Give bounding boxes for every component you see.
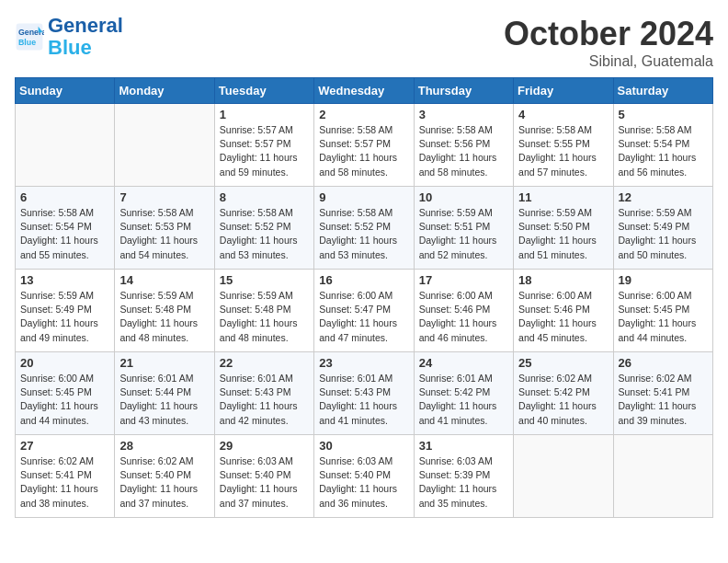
weekday-header-sunday: Sunday — [16, 78, 115, 104]
week-row-4: 20Sunrise: 6:00 AM Sunset: 5:45 PM Dayli… — [16, 352, 713, 435]
calendar-cell: 20Sunrise: 6:00 AM Sunset: 5:45 PM Dayli… — [16, 352, 115, 435]
day-number: 16 — [319, 273, 408, 287]
day-number: 31 — [419, 439, 508, 453]
week-row-5: 27Sunrise: 6:02 AM Sunset: 5:41 PM Dayli… — [16, 435, 713, 518]
day-info: Sunrise: 6:00 AM Sunset: 5:45 PM Dayligh… — [20, 372, 109, 428]
calendar-cell: 19Sunrise: 6:00 AM Sunset: 5:45 PM Dayli… — [613, 270, 712, 352]
day-info: Sunrise: 6:01 AM Sunset: 5:44 PM Dayligh… — [119, 372, 209, 428]
day-info: Sunrise: 5:59 AM Sunset: 5:49 PM Dayligh… — [20, 289, 109, 345]
calendar-cell: 29Sunrise: 6:03 AM Sunset: 5:40 PM Dayli… — [214, 435, 313, 518]
calendar-cell: 3Sunrise: 5:58 AM Sunset: 5:56 PM Daylig… — [414, 104, 513, 187]
calendar-cell — [514, 435, 613, 518]
calendar-cell: 14Sunrise: 5:59 AM Sunset: 5:48 PM Dayli… — [115, 270, 214, 352]
day-info: Sunrise: 5:58 AM Sunset: 5:55 PM Dayligh… — [518, 123, 608, 179]
day-info: Sunrise: 5:57 AM Sunset: 5:57 PM Dayligh… — [220, 123, 309, 179]
day-info: Sunrise: 5:59 AM Sunset: 5:48 PM Dayligh… — [119, 289, 209, 345]
calendar-cell: 16Sunrise: 6:00 AM Sunset: 5:47 PM Dayli… — [314, 270, 414, 352]
calendar-cell: 18Sunrise: 6:00 AM Sunset: 5:46 PM Dayli… — [514, 270, 613, 352]
svg-text:Blue: Blue — [18, 38, 36, 47]
day-number: 30 — [319, 439, 408, 453]
logo-icon: General Blue — [15, 22, 44, 52]
calendar-cell: 23Sunrise: 6:01 AM Sunset: 5:43 PM Dayli… — [314, 352, 414, 435]
day-number: 1 — [220, 108, 309, 121]
calendar-cell: 22Sunrise: 6:01 AM Sunset: 5:43 PM Dayli… — [214, 352, 313, 435]
day-number: 28 — [119, 439, 209, 453]
day-number: 22 — [220, 356, 309, 370]
calendar-cell: 27Sunrise: 6:02 AM Sunset: 5:41 PM Dayli… — [16, 435, 115, 518]
calendar-cell: 25Sunrise: 6:02 AM Sunset: 5:42 PM Dayli… — [514, 352, 613, 435]
day-info: Sunrise: 6:03 AM Sunset: 5:40 PM Dayligh… — [220, 454, 309, 511]
day-info: Sunrise: 6:02 AM Sunset: 5:41 PM Dayligh… — [20, 454, 109, 511]
day-number: 7 — [119, 190, 209, 204]
calendar-cell: 31Sunrise: 6:03 AM Sunset: 5:39 PM Dayli… — [414, 435, 513, 518]
calendar-cell: 6Sunrise: 5:58 AM Sunset: 5:54 PM Daylig… — [16, 187, 115, 270]
day-info: Sunrise: 5:58 AM Sunset: 5:57 PM Dayligh… — [319, 123, 408, 179]
calendar-cell: 10Sunrise: 5:59 AM Sunset: 5:51 PM Dayli… — [414, 187, 513, 270]
calendar-cell — [16, 104, 115, 187]
day-number: 4 — [518, 108, 608, 121]
day-info: Sunrise: 5:58 AM Sunset: 5:56 PM Dayligh… — [419, 123, 508, 179]
day-number: 24 — [419, 356, 508, 370]
calendar-cell: 2Sunrise: 5:58 AM Sunset: 5:57 PM Daylig… — [314, 104, 414, 187]
week-row-3: 13Sunrise: 5:59 AM Sunset: 5:49 PM Dayli… — [16, 270, 713, 352]
day-number: 15 — [220, 273, 309, 287]
day-number: 17 — [419, 273, 508, 287]
calendar-cell: 21Sunrise: 6:01 AM Sunset: 5:44 PM Dayli… — [115, 352, 214, 435]
day-info: Sunrise: 5:58 AM Sunset: 5:54 PM Dayligh… — [619, 123, 708, 179]
day-number: 10 — [419, 190, 508, 204]
day-number: 8 — [220, 190, 309, 204]
day-number: 13 — [20, 273, 109, 287]
calendar-cell: 9Sunrise: 5:58 AM Sunset: 5:52 PM Daylig… — [314, 187, 414, 270]
calendar-cell: 30Sunrise: 6:03 AM Sunset: 5:40 PM Dayli… — [314, 435, 414, 518]
day-info: Sunrise: 5:58 AM Sunset: 5:54 PM Dayligh… — [20, 206, 109, 262]
calendar-cell: 15Sunrise: 5:59 AM Sunset: 5:48 PM Dayli… — [214, 270, 313, 352]
day-info: Sunrise: 6:03 AM Sunset: 5:40 PM Dayligh… — [319, 454, 408, 511]
day-number: 27 — [20, 439, 109, 453]
logo-general: General — [48, 14, 123, 37]
day-number: 6 — [20, 190, 109, 204]
weekday-header-friday: Friday — [514, 78, 613, 104]
day-info: Sunrise: 6:00 AM Sunset: 5:47 PM Dayligh… — [319, 289, 408, 345]
day-info: Sunrise: 6:02 AM Sunset: 5:40 PM Dayligh… — [119, 454, 209, 511]
day-number: 18 — [518, 273, 608, 287]
day-info: Sunrise: 5:59 AM Sunset: 5:50 PM Dayligh… — [518, 206, 608, 262]
day-info: Sunrise: 6:02 AM Sunset: 5:41 PM Dayligh… — [619, 372, 708, 428]
calendar-cell: 11Sunrise: 5:59 AM Sunset: 5:50 PM Dayli… — [514, 187, 613, 270]
day-info: Sunrise: 6:01 AM Sunset: 5:43 PM Dayligh… — [220, 372, 309, 428]
weekday-header-row: SundayMondayTuesdayWednesdayThursdayFrid… — [16, 78, 713, 104]
weekday-header-saturday: Saturday — [613, 78, 712, 104]
day-number: 11 — [518, 190, 608, 204]
day-info: Sunrise: 5:58 AM Sunset: 5:52 PM Dayligh… — [319, 206, 408, 262]
calendar-cell: 1Sunrise: 5:57 AM Sunset: 5:57 PM Daylig… — [214, 104, 313, 187]
day-number: 14 — [119, 273, 209, 287]
calendar-cell: 13Sunrise: 5:59 AM Sunset: 5:49 PM Dayli… — [16, 270, 115, 352]
day-info: Sunrise: 5:58 AM Sunset: 5:52 PM Dayligh… — [220, 206, 309, 262]
day-number: 21 — [119, 356, 209, 370]
weekday-header-wednesday: Wednesday — [314, 78, 414, 104]
title-block: October 2024 Sibinal, Guatemala — [504, 15, 713, 70]
day-info: Sunrise: 5:59 AM Sunset: 5:51 PM Dayligh… — [419, 206, 508, 262]
calendar-cell: 12Sunrise: 5:59 AM Sunset: 5:49 PM Dayli… — [613, 187, 712, 270]
page-header: General Blue General Blue October 2024 S… — [15, 15, 713, 70]
calendar-cell: 17Sunrise: 6:00 AM Sunset: 5:46 PM Dayli… — [414, 270, 513, 352]
calendar-cell: 28Sunrise: 6:02 AM Sunset: 5:40 PM Dayli… — [115, 435, 214, 518]
week-row-2: 6Sunrise: 5:58 AM Sunset: 5:54 PM Daylig… — [16, 187, 713, 270]
day-info: Sunrise: 6:01 AM Sunset: 5:42 PM Dayligh… — [419, 372, 508, 428]
day-number: 9 — [319, 190, 408, 204]
day-info: Sunrise: 5:58 AM Sunset: 5:53 PM Dayligh… — [119, 206, 209, 262]
day-number: 29 — [220, 439, 309, 453]
calendar-cell: 7Sunrise: 5:58 AM Sunset: 5:53 PM Daylig… — [115, 187, 214, 270]
calendar-cell: 24Sunrise: 6:01 AM Sunset: 5:42 PM Dayli… — [414, 352, 513, 435]
calendar-cell — [613, 435, 712, 518]
day-number: 25 — [518, 356, 608, 370]
week-row-1: 1Sunrise: 5:57 AM Sunset: 5:57 PM Daylig… — [16, 104, 713, 187]
calendar-cell — [115, 104, 214, 187]
day-info: Sunrise: 6:03 AM Sunset: 5:39 PM Dayligh… — [419, 454, 508, 511]
calendar-cell: 26Sunrise: 6:02 AM Sunset: 5:41 PM Dayli… — [613, 352, 712, 435]
weekday-header-tuesday: Tuesday — [214, 78, 313, 104]
day-info: Sunrise: 5:59 AM Sunset: 5:48 PM Dayligh… — [220, 289, 309, 345]
day-number: 3 — [419, 108, 508, 121]
logo-text: General Blue — [48, 15, 123, 59]
location: Sibinal, Guatemala — [504, 53, 713, 70]
day-number: 20 — [20, 356, 109, 370]
